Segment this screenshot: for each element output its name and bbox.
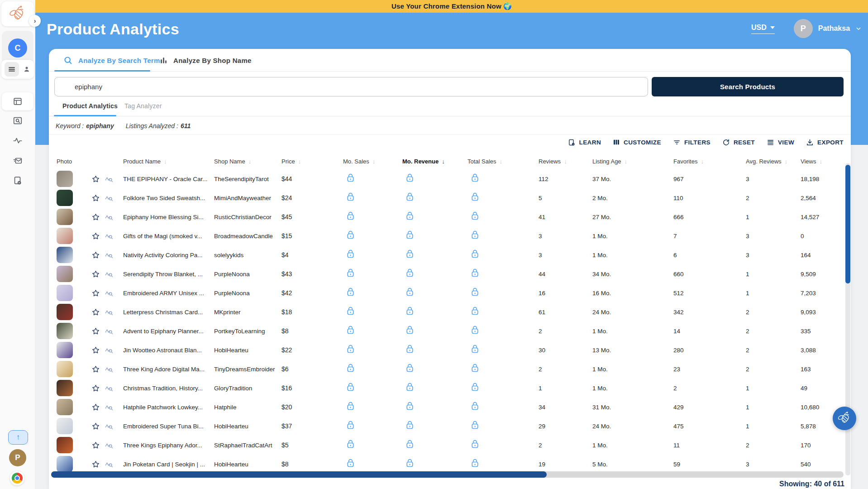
- horizontal-scrollbar-track[interactable]: [51, 471, 844, 478]
- sort-icon[interactable]: ↓: [701, 158, 704, 165]
- sidebar-item-tutorials[interactable]: [0, 174, 35, 187]
- sidebar-collapse-button[interactable]: ›: [29, 15, 41, 27]
- product-name[interactable]: Serendipity Throw Blanket, ...: [123, 271, 214, 278]
- column-header-product-name[interactable]: Product Name↓: [123, 158, 214, 165]
- shop-name[interactable]: PortkeyToLearning: [214, 328, 281, 335]
- mo-sales-locked[interactable]: [343, 307, 402, 317]
- sort-icon-active[interactable]: ↓: [442, 158, 445, 165]
- mo-revenue-locked[interactable]: [402, 421, 467, 431]
- mo-revenue-locked[interactable]: [402, 364, 467, 374]
- total-sales-locked[interactable]: [467, 249, 539, 260]
- shop-name[interactable]: BroadmeadowCandle: [214, 233, 281, 240]
- mo-revenue-locked[interactable]: [402, 383, 467, 393]
- user-menu[interactable]: P Pathaksa: [794, 19, 862, 38]
- sort-icon[interactable]: ↓: [564, 158, 567, 165]
- table-row[interactable]: Three Kings Epiphany Ador... StRaphaelTr…: [49, 436, 844, 455]
- shop-name[interactable]: MKprinter: [214, 309, 281, 316]
- table-row[interactable]: Letterpress Christmas Card... MKprinter …: [49, 302, 844, 321]
- mo-revenue-locked[interactable]: [402, 440, 467, 451]
- tab-analyze-by-shop-name[interactable]: Analyze By Shop Name: [159, 49, 252, 72]
- mo-sales-locked[interactable]: [343, 230, 402, 241]
- learn-button[interactable]: LEARN: [568, 139, 601, 146]
- mo-revenue-locked[interactable]: [402, 230, 467, 241]
- trend-analytics-icon[interactable]: [105, 384, 113, 393]
- export-button[interactable]: EXPORT: [806, 139, 844, 146]
- product-photo[interactable]: [57, 190, 73, 206]
- shop-name[interactable]: HobiHearteu: [214, 423, 281, 430]
- total-sales-locked[interactable]: [467, 173, 539, 184]
- product-name[interactable]: Advent to Epiphany Planner...: [123, 328, 214, 335]
- mo-sales-locked[interactable]: [343, 383, 402, 393]
- shop-name[interactable]: PurpleNoona: [214, 290, 281, 297]
- product-name[interactable]: Christmas Tradition, History...: [123, 385, 214, 392]
- mo-revenue-locked[interactable]: [402, 459, 467, 470]
- product-photo[interactable]: [57, 209, 73, 225]
- product-name[interactable]: Jin Poketan Card | Seokjin | ...: [123, 461, 214, 468]
- product-name[interactable]: Letterpress Christmas Card...: [123, 309, 214, 316]
- mo-revenue-locked[interactable]: [402, 307, 467, 317]
- product-photo[interactable]: [57, 342, 73, 358]
- product-photo[interactable]: [57, 456, 73, 472]
- reset-button[interactable]: RESET: [722, 139, 755, 146]
- chrome-extension-banner[interactable]: Use Your Chrome Extension Now 🌍: [35, 0, 868, 13]
- sidebar-item-dashboard[interactable]: [2, 92, 33, 110]
- mo-revenue-locked[interactable]: [402, 288, 467, 298]
- shop-name[interactable]: RusticChristianDecor: [214, 214, 281, 221]
- chrome-extension-button[interactable]: [10, 471, 24, 485]
- trend-analytics-icon[interactable]: [105, 270, 113, 278]
- product-name[interactable]: Jin Wootteo Astronaut Blan...: [123, 347, 214, 354]
- total-sales-locked[interactable]: [467, 192, 539, 203]
- product-name[interactable]: Gifts of the Magi (smoked v...: [123, 233, 214, 240]
- total-sales-locked[interactable]: [467, 268, 539, 279]
- column-header-total-sales[interactable]: Total Sales↓: [467, 158, 539, 165]
- trend-analytics-icon[interactable]: [105, 441, 113, 450]
- tab-analyze-by-search-term[interactable]: Analyze By Search Term: [63, 49, 160, 72]
- favorite-star-icon[interactable]: [91, 346, 100, 355]
- horizontal-scrollbar-thumb[interactable]: [51, 471, 547, 478]
- mo-revenue-locked[interactable]: [402, 173, 467, 184]
- column-header-mo-sales[interactable]: Mo. Sales↓: [343, 158, 402, 165]
- shop-name[interactable]: TinyDreamsEmbroider: [214, 366, 281, 373]
- trend-analytics-icon[interactable]: [105, 346, 113, 355]
- table-row[interactable]: Embroidered Super Tuna Bi... HobiHearteu…: [49, 417, 844, 436]
- product-name[interactable]: Embroidered ARMY Unisex ...: [123, 290, 214, 297]
- favorite-star-icon[interactable]: [91, 175, 100, 183]
- sort-icon[interactable]: ↓: [164, 158, 167, 165]
- table-row[interactable]: THE EPIPHANY - Oracle Car... TheSerendip…: [49, 169, 844, 188]
- favorite-star-icon[interactable]: [91, 365, 100, 374]
- column-header-favorites[interactable]: Favorites↓: [673, 158, 746, 165]
- favorite-star-icon[interactable]: [91, 194, 100, 202]
- search-input[interactable]: [54, 77, 648, 96]
- favorite-star-icon[interactable]: [91, 213, 100, 221]
- mo-sales-locked[interactable]: [343, 211, 402, 222]
- total-sales-locked[interactable]: [467, 307, 539, 317]
- mo-sales-locked[interactable]: [343, 459, 402, 470]
- trend-analytics-icon[interactable]: [105, 327, 113, 336]
- table-row[interactable]: Christmas Tradition, History... GloryTra…: [49, 379, 844, 398]
- view-button[interactable]: VIEW: [767, 139, 794, 146]
- mo-revenue-locked[interactable]: [402, 249, 467, 260]
- product-photo[interactable]: [57, 380, 73, 396]
- table-row[interactable]: Jin Poketan Card | Seokjin | ... HobiHea…: [49, 455, 844, 474]
- workspace-avatar[interactable]: C: [8, 38, 27, 58]
- mo-sales-locked[interactable]: [343, 326, 402, 336]
- trend-analytics-icon[interactable]: [105, 251, 113, 259]
- product-name[interactable]: THE EPIPHANY - Oracle Car...: [123, 176, 214, 182]
- product-photo[interactable]: [57, 304, 73, 320]
- total-sales-locked[interactable]: [467, 211, 539, 222]
- table-row[interactable]: Folklore Two Sided Sweatsh... MimiAndMay…: [49, 188, 844, 207]
- trend-analytics-icon[interactable]: [105, 460, 113, 469]
- product-photo[interactable]: [57, 228, 73, 244]
- trend-analytics-icon[interactable]: [105, 232, 113, 240]
- sort-icon[interactable]: ↓: [298, 158, 301, 165]
- total-sales-locked[interactable]: [467, 383, 539, 393]
- product-photo[interactable]: [57, 247, 73, 263]
- trend-analytics-icon[interactable]: [105, 175, 113, 183]
- favorite-star-icon[interactable]: [91, 422, 100, 431]
- shop-name[interactable]: StRaphaelTradCatArt: [214, 442, 281, 449]
- mo-sales-locked[interactable]: [343, 345, 402, 355]
- filters-button[interactable]: FILTERS: [673, 139, 711, 146]
- currency-selector[interactable]: USD: [751, 24, 775, 34]
- table-row[interactable]: Epiphany Home Blessing Si... RusticChris…: [49, 207, 844, 226]
- assistant-bee-button[interactable]: [833, 407, 856, 430]
